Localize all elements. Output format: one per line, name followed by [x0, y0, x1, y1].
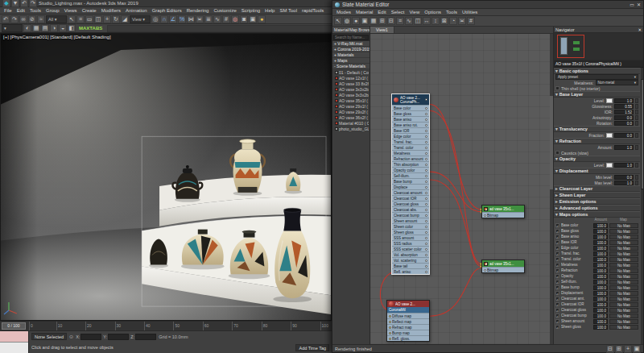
rollout-opacity[interactable]: ▾Opacity — [554, 156, 640, 162]
selection-lock-icon[interactable]: ⊙ — [69, 334, 73, 339]
menu-file[interactable]: File — [2, 7, 14, 14]
node-header[interactable]: AO vase 2... CoronaPh... — [392, 94, 429, 105]
shading-mode-icon[interactable]: ◑ — [50, 24, 58, 32]
rollout-advanced-options[interactable]: ▸Advanced options — [554, 205, 640, 211]
menu-customize[interactable]: Customize — [211, 7, 238, 14]
spinner[interactable] — [635, 175, 638, 180]
slot-socket[interactable] — [425, 209, 427, 211]
node-corona-mtl[interactable]: AO vase 2... CoronaMtl Diffuse mapReflec… — [386, 300, 430, 342]
params-scrollbar[interactable] — [641, 68, 643, 344]
slate-window-button[interactable]: ✕ — [637, 2, 641, 7]
map-amount[interactable]: 100.0 — [593, 319, 608, 324]
spinner[interactable] — [635, 98, 638, 103]
map-checkbox[interactable]: ✓ — [555, 240, 559, 244]
menu-modifiers[interactable]: Modifiers — [99, 7, 123, 14]
spinner[interactable] — [635, 133, 638, 138]
spinner[interactable] — [635, 115, 638, 120]
slate-menu-utilities[interactable]: Utilities — [460, 9, 480, 15]
rollout-emission-options[interactable]: ▸Emission options — [554, 198, 640, 205]
slate-window-button[interactable]: ▭ — [630, 2, 634, 7]
rollout-clearcoat-layer[interactable]: ▸Clearcoat Layer — [554, 185, 640, 192]
map-checkbox[interactable]: ✓ — [555, 285, 559, 289]
selection-filter-dropdown[interactable]: All ▾ — [46, 15, 67, 23]
save-icon[interactable]: ▼ — [11, 0, 19, 7]
node-slot-clearcoat-abs[interactable]: Clearcoat abs. — [392, 206, 429, 212]
map-amount[interactable]: 100.0 — [593, 268, 608, 273]
redo-quick-icon[interactable]: ↷ — [29, 0, 37, 7]
map-amount[interactable]: 100.0 — [593, 229, 608, 234]
map-slot-button[interactable]: No Map — [609, 291, 638, 296]
map-slot-button[interactable]: No Map — [609, 263, 638, 268]
node-slot-clearcoat-ior[interactable]: Clearcoat IOR — [392, 195, 429, 201]
percent-snap-icon[interactable]: % — [178, 15, 186, 23]
window-crossing-icon[interactable]: ◫ — [94, 15, 102, 23]
browser-group-materials[interactable]: + Materials — [332, 52, 369, 58]
browser-material-item[interactable]: AO vase 35x1f ( Cor... — [332, 98, 369, 103]
map-slot-button[interactable]: No Map — [609, 246, 638, 251]
node-header[interactable]: AO vase 2... — [387, 301, 429, 307]
select-scale-icon[interactable]: ◢ — [121, 15, 129, 23]
map-amount[interactable]: 100.0 — [593, 223, 608, 228]
slot-socket[interactable] — [425, 237, 427, 239]
search-input[interactable] — [333, 35, 369, 40]
map-amount[interactable]: 100.0 — [593, 240, 608, 245]
map-checkbox[interactable]: ✓ — [555, 314, 559, 318]
map-slot-button[interactable]: No Map — [609, 319, 638, 324]
node-slot-refl-gloss[interactable]: Refl. gloss. — [387, 335, 429, 341]
menu-graph-editors[interactable]: Graph Editors — [150, 7, 184, 14]
rollout-displacement[interactable]: ▾Displacement — [554, 168, 640, 174]
slot-socket[interactable] — [425, 220, 427, 222]
split-view-icon[interactable]: ◫ — [414, 17, 422, 25]
macro-recorder-line[interactable] — [0, 331, 28, 343]
browser-group-scene-materials[interactable]: - Scene Materials — [332, 64, 369, 69]
param-dropdown[interactable]: Apply preset▾ — [555, 74, 638, 80]
spinner[interactable] — [635, 145, 638, 150]
node-slot-thin-absorption[interactable]: Thin absorption — [392, 161, 429, 167]
slot-socket[interactable] — [484, 269, 486, 272]
map-amount[interactable]: 100.0 — [593, 251, 608, 256]
browser-material-item[interactable]: 01 - Default ( Corona... — [332, 69, 369, 75]
slot-socket[interactable] — [425, 164, 427, 166]
map-amount[interactable]: 100.0 — [593, 257, 608, 262]
color-swatch[interactable] — [606, 98, 613, 103]
timeline-tick[interactable]: 50 — [173, 322, 180, 330]
param-dropdown[interactable]: Non-metal▾ — [596, 80, 639, 85]
menu-group[interactable]: Group — [43, 7, 62, 14]
slot-socket[interactable] — [425, 181, 427, 183]
coord-input[interactable] — [80, 334, 101, 340]
browser-group-corona-2019-2019-mtl[interactable]: + Corona 2019-2019.mtl — [332, 47, 369, 52]
use-pivot-center-icon[interactable]: ◎ — [151, 15, 159, 23]
browser-title[interactable]: Material/Map Browser — [332, 27, 369, 34]
map-slot-button[interactable]: No Map — [609, 280, 638, 284]
map-slot-button[interactable]: No Map — [609, 308, 638, 313]
snap-toggle-icon[interactable]: ∩ — [160, 15, 168, 23]
safe-frames-icon[interactable]: ◧ — [68, 24, 76, 32]
rollout-sheen-layer[interactable]: ▸Sheen Layer — [554, 192, 640, 198]
menu-sm-tool[interactable]: SM Tool — [277, 7, 299, 14]
slate-menu-options[interactable]: Options — [422, 9, 444, 15]
show-shaded-material-icon[interactable]: ▣ — [361, 17, 369, 25]
slot-socket[interactable] — [425, 254, 427, 256]
bitmap-node-header[interactable]: ad vase 35x1... — [482, 260, 524, 267]
align-icon[interactable]: ≍ — [196, 15, 204, 23]
menu-rapidtools[interactable]: rapidTools — [299, 7, 326, 14]
slot-socket[interactable] — [425, 214, 427, 217]
map-amount[interactable]: 100.0 — [593, 308, 608, 313]
rendered-frame-window-icon[interactable]: ▣ — [249, 15, 257, 23]
map-amount[interactable]: 100.0 — [593, 274, 608, 279]
node-slot-reflect-map[interactable]: Reflect map — [387, 318, 429, 324]
timeline[interactable]: 0 / 100 0102030405060708090100 — [0, 322, 332, 331]
node-slot-sss-amount[interactable]: SSS amount — [392, 235, 429, 240]
map-checkbox[interactable]: ✓ — [555, 257, 559, 261]
map-slot-button[interactable]: No Map — [609, 297, 638, 301]
slot-socket[interactable] — [389, 332, 391, 334]
assign-material-to-selection-icon[interactable]: ● — [352, 17, 360, 25]
map-checkbox[interactable]: ✓ — [555, 229, 559, 233]
param-value[interactable]: 1.52 — [614, 110, 634, 114]
param-value[interactable]: 0.0 — [614, 115, 634, 120]
param-checkbox[interactable] — [555, 151, 559, 155]
unlink-selection-icon[interactable]: ⊘ — [28, 15, 36, 23]
slot-socket[interactable] — [425, 113, 427, 115]
pan-vertical-icon[interactable]: ↕ — [431, 17, 440, 25]
node-slot-refract-map[interactable]: Refract map — [387, 324, 429, 330]
